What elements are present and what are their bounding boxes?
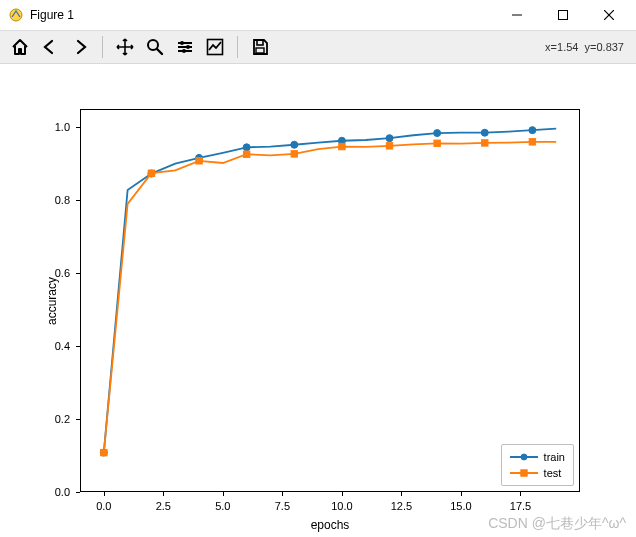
svg-rect-2 — [559, 11, 568, 20]
marker-train — [434, 130, 441, 137]
y-tick — [76, 273, 80, 274]
series-line-test — [104, 142, 556, 453]
edit-axes-button[interactable] — [201, 34, 229, 60]
window-title: Figure 1 — [30, 8, 74, 22]
save-button[interactable] — [246, 34, 274, 60]
x-tick — [520, 492, 521, 496]
marker-train — [529, 127, 536, 134]
x-tick-label: 10.0 — [331, 500, 352, 512]
home-button[interactable] — [6, 34, 34, 60]
x-tick — [163, 492, 164, 496]
marker-test — [148, 170, 154, 176]
marker-test — [386, 143, 392, 149]
svg-rect-12 — [256, 48, 264, 53]
y-tick — [76, 200, 80, 201]
y-tick-label: 0.4 — [55, 340, 70, 352]
x-tick-label: 17.5 — [510, 500, 531, 512]
x-tick-label: 0.0 — [96, 500, 111, 512]
marker-train — [386, 135, 393, 142]
toolbar-divider — [237, 36, 238, 58]
marker-train — [481, 129, 488, 136]
legend-label: train — [544, 451, 565, 463]
forward-button[interactable] — [66, 34, 94, 60]
marker-test — [243, 151, 249, 157]
svg-point-9 — [182, 49, 186, 53]
marker-train — [243, 144, 250, 151]
series-line-train — [104, 129, 556, 453]
svg-point-8 — [186, 45, 190, 49]
toolbar: x=1.54 y=0.837 — [0, 31, 636, 64]
marker-test — [291, 151, 297, 157]
y-axis-label: accuracy — [45, 276, 59, 324]
cursor-coords: x=1.54 y=0.837 — [545, 41, 630, 53]
x-tick-label: 5.0 — [215, 500, 230, 512]
axes: 0.02.55.07.510.012.515.017.5 0.00.20.40.… — [80, 109, 580, 492]
y-tick — [76, 492, 80, 493]
title-bar: Figure 1 — [0, 0, 636, 31]
marker-test — [101, 449, 107, 455]
y-tick-label: 1.0 — [55, 121, 70, 133]
y-tick-label: 0.8 — [55, 194, 70, 206]
y-tick — [76, 419, 80, 420]
y-tick-label: 0.0 — [55, 486, 70, 498]
marker-test — [482, 140, 488, 146]
legend: train test — [501, 444, 574, 486]
y-tick — [76, 346, 80, 347]
svg-rect-11 — [257, 40, 263, 45]
x-tick — [104, 492, 105, 496]
y-tick — [76, 127, 80, 128]
marker-test — [529, 139, 535, 145]
x-tick — [282, 492, 283, 496]
x-tick — [461, 492, 462, 496]
x-tick — [401, 492, 402, 496]
x-axis-label: epochs — [311, 518, 350, 532]
back-button[interactable] — [36, 34, 64, 60]
app-icon — [8, 7, 24, 23]
configure-button[interactable] — [171, 34, 199, 60]
marker-train — [291, 141, 298, 148]
pan-button[interactable] — [111, 34, 139, 60]
zoom-button[interactable] — [141, 34, 169, 60]
x-tick — [342, 492, 343, 496]
marker-test — [434, 140, 440, 146]
svg-line-6 — [157, 49, 162, 54]
marker-test — [339, 143, 345, 149]
minimize-button[interactable] — [494, 0, 540, 30]
y-tick-label: 0.2 — [55, 413, 70, 425]
close-button[interactable] — [586, 0, 632, 30]
x-tick-label: 15.0 — [450, 500, 471, 512]
marker-test — [196, 158, 202, 164]
toolbar-divider — [102, 36, 103, 58]
plot-canvas — [80, 109, 580, 492]
plot-area[interactable]: 0.02.55.07.510.012.515.017.5 0.00.20.40.… — [0, 64, 636, 537]
x-tick-label: 2.5 — [156, 500, 171, 512]
watermark: CSDN @七巷少年^ω^ — [488, 515, 626, 533]
legend-entry-train: train — [510, 449, 565, 465]
maximize-button[interactable] — [540, 0, 586, 30]
figure-window: Figure 1 — [0, 0, 636, 537]
x-tick — [223, 492, 224, 496]
legend-label: test — [544, 467, 562, 479]
legend-entry-test: test — [510, 465, 565, 481]
x-tick-label: 7.5 — [275, 500, 290, 512]
x-tick-label: 12.5 — [391, 500, 412, 512]
svg-point-7 — [180, 41, 184, 45]
